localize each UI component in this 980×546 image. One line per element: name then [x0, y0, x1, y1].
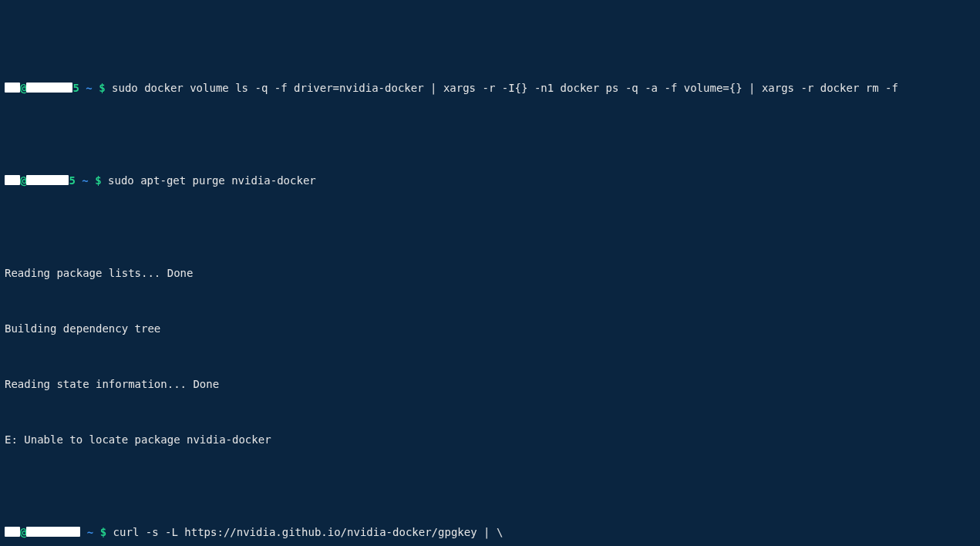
command-text: sudo apt-get purge nvidia-docker — [108, 174, 316, 187]
output-line: Reading state information... Done — [5, 375, 975, 393]
prompt-tilde: ~ — [76, 174, 95, 187]
redacted-host — [26, 83, 72, 93]
host-tail: 5 — [69, 174, 75, 187]
redacted-user — [5, 527, 20, 537]
command-text: curl -s -L https://nvidia.github.io/nvid… — [113, 526, 503, 538]
redacted-host — [26, 175, 69, 185]
prompt-dollar: $ — [100, 526, 113, 538]
prompt-line: @5 ~ $ sudo docker volume ls -q -f drive… — [5, 79, 975, 97]
output-line: Reading package lists... Done — [5, 264, 975, 282]
redacted-host — [26, 527, 80, 537]
prompt-dollar: $ — [99, 82, 112, 94]
redacted-user — [5, 83, 20, 93]
prompt-line: @5 ~ $ sudo apt-get purge nvidia-docker — [5, 171, 975, 190]
at-host: @ — [20, 174, 26, 187]
at-host: @ — [20, 82, 26, 94]
terminal-window[interactable]: @5 ~ $ sudo docker volume ls -q -f drive… — [0, 0, 980, 546]
redacted-user — [5, 175, 20, 185]
prompt-line: @ ~ $ curl -s -L https://nvidia.github.i… — [5, 523, 975, 541]
host-tail: 5 — [72, 82, 79, 94]
output-line: E: Unable to locate package nvidia-docke… — [5, 430, 975, 449]
command-text: sudo docker volume ls -q -f driver=nvidi… — [112, 82, 898, 94]
prompt-tilde: ~ — [79, 82, 99, 94]
prompt-tilde: ~ — [80, 526, 99, 538]
at-host: @ — [20, 526, 26, 538]
output-line: Building dependency tree — [5, 319, 975, 338]
prompt-dollar: $ — [95, 174, 108, 187]
